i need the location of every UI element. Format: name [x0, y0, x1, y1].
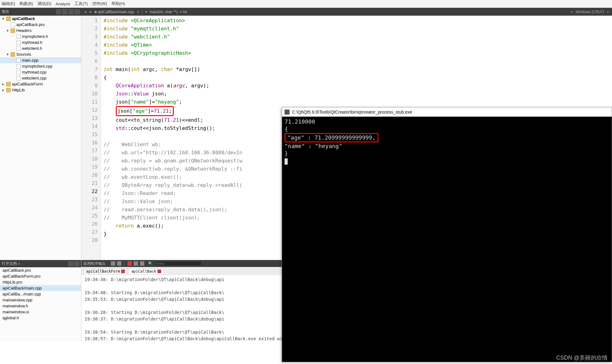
open-file-item[interactable]: mainwindow.h: [0, 303, 81, 309]
terminal-line: "age" : 71.20999999999999,: [285, 133, 609, 142]
open-files-title: 打开文档: [2, 261, 17, 266]
project-tree: ▾apiCallBackapiCallBack.pro▾Headersmymqt…: [0, 16, 81, 260]
watermark: CSDN @美丽的欣情: [556, 354, 608, 361]
tree-item[interactable]: ▸HttpLib: [0, 87, 81, 93]
line-gutter: 1234567891011121314151617181920212223242…: [81, 16, 101, 260]
close-icon[interactable]: [157, 269, 161, 273]
file-icon: [16, 46, 21, 51]
file-icon: [16, 34, 21, 39]
editor-file-tab[interactable]: ■ apiCallBack/main.cpp ✕: [95, 10, 140, 14]
highlighted-output: "age" : 71.20999999999999,: [285, 133, 378, 142]
terminal-title-text: C:\Qt\Qt5.9.9\Tools\QtCreator\bin\qtcrea…: [292, 110, 412, 115]
file-icon: [16, 58, 21, 63]
tree-item[interactable]: webclient.cpp: [0, 75, 81, 81]
cursor-icon: [285, 158, 288, 165]
terminal-line: }: [285, 150, 609, 157]
open-file-item[interactable]: apiCallBa.../main.cpp: [0, 291, 81, 297]
menu-widgets[interactable]: 控件(W): [92, 1, 107, 7]
split-icon[interactable]: [68, 261, 73, 266]
file-icon: [16, 70, 21, 74]
folder-icon: [6, 88, 11, 92]
output-tab[interactable]: apiCallBack: [128, 268, 164, 274]
file-icon: [16, 76, 21, 80]
output-tab[interactable]: apiCallBackForm: [83, 268, 128, 274]
open-file-item[interactable]: mainwindow.ui: [0, 309, 81, 315]
next-icon[interactable]: [117, 261, 121, 266]
tree-item[interactable]: mythread.h: [0, 39, 81, 45]
menu-debug[interactable]: 调试(D): [38, 1, 51, 7]
terminal-body: 71.210000 { "age" : 71.20999999999999, "…: [282, 117, 612, 166]
terminal-icon: [285, 110, 290, 115]
split-icon[interactable]: [75, 9, 80, 14]
file-icon: [16, 64, 21, 69]
tree-item[interactable]: ▾Sources: [0, 51, 81, 57]
open-file-item[interactable]: qglobal.h: [0, 315, 81, 321]
encoding-label[interactable]: Windows (CRLF): [575, 10, 604, 14]
folder-icon: [6, 17, 11, 21]
symbol-combo[interactable]: main(int, char **) -> int: [150, 10, 187, 14]
open-file-item[interactable]: apiCallBackForm.pro: [0, 273, 81, 279]
file-icon: [11, 23, 15, 27]
tree-item[interactable]: mymqttclient.h: [0, 33, 81, 39]
add-icon[interactable]: [69, 9, 74, 14]
open-file-item[interactable]: apiCallBack.pro: [0, 267, 81, 273]
tree-item[interactable]: ▾Headers: [0, 28, 81, 33]
open-file-item[interactable]: HttpLib.pro: [0, 279, 81, 285]
tree-item[interactable]: main.cpp: [0, 57, 81, 63]
close-icon[interactable]: ✕: [136, 10, 140, 14]
open-files-panel: 打开文档 ▾ apiCallBack.proapiCallBackForm.pr…: [0, 260, 81, 341]
terminal-line: "name" : "heyang": [285, 142, 609, 150]
clear-icon[interactable]: [134, 261, 138, 266]
filter-input[interactable]: [155, 261, 202, 266]
sync-icon[interactable]: [62, 9, 67, 14]
editor-file-path: apiCallBack/main.cpp: [98, 10, 134, 14]
project-panel-title: 项目: [2, 9, 9, 14]
open-file-item[interactable]: apiCallBack/main.cpp: [0, 285, 81, 291]
terminal-line: {: [285, 126, 609, 133]
menu-edit[interactable]: 编辑(E): [2, 1, 15, 7]
settings-icon[interactable]: [140, 261, 144, 266]
tree-item[interactable]: ▸apiCallBackForm: [0, 81, 81, 87]
folder-icon: [11, 52, 15, 57]
file-icon: [16, 40, 21, 45]
menu-build[interactable]: 构建(B): [19, 1, 33, 7]
tree-item[interactable]: webclient.h: [0, 45, 81, 51]
open-file-item[interactable]: mainwindow.cpp: [0, 297, 81, 303]
terminal-line: 71.210000: [285, 118, 609, 126]
terminal-titlebar[interactable]: C:\Qt\Qt5.9.9\Tools\QtCreator\bin\qtcrea…: [282, 107, 612, 117]
tree-item[interactable]: ▾apiCallBack: [0, 16, 81, 22]
prev-icon[interactable]: [111, 261, 115, 266]
nav-back-icon[interactable]: ◄: [83, 10, 87, 14]
tree-item[interactable]: mythread.cpp: [0, 69, 81, 75]
folder-icon: [6, 82, 11, 86]
toolbar: 项目 ◄ ► ■ apiCallBack/main.cpp ✕ | ✦ main…: [0, 8, 612, 16]
menu-help[interactable]: 帮助(H): [111, 1, 125, 7]
folder-icon: [11, 28, 15, 33]
tree-item[interactable]: apiCallBack.pro: [0, 22, 81, 28]
close-panel-icon[interactable]: [74, 261, 79, 266]
close-icon[interactable]: [121, 269, 125, 273]
output-title: 应用程序输出: [83, 261, 106, 266]
menu-bar: 编辑(E) 构建(B) 调试(D) Analyze 工具(T) 控件(W) 帮助…: [0, 0, 612, 8]
stop-icon[interactable]: [127, 261, 132, 266]
menu-tools[interactable]: 工具(T): [75, 1, 88, 7]
tree-item[interactable]: mymqttclient.cpp: [0, 63, 81, 69]
filter-icon[interactable]: [56, 9, 61, 14]
nav-fwd-icon[interactable]: ►: [89, 10, 93, 14]
terminal-window[interactable]: C:\Qt\Qt5.9.9\Tools\QtCreator\bin\qtcrea…: [282, 107, 612, 362]
menu-analyze[interactable]: Analyze: [56, 2, 70, 6]
